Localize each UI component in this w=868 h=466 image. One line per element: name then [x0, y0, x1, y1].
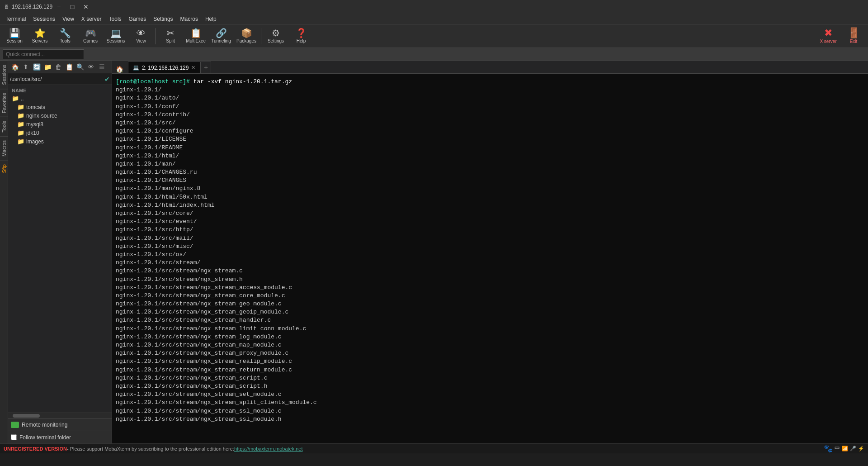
terminal-output-line: nginx-1.20.1/src/stream/ngx_stream.c [116, 267, 864, 275]
favorites-side-tab[interactable]: Favorites [0, 89, 8, 117]
window-controls: − □ ✕ [52, 2, 92, 12]
terminal-output-line: nginx-1.20.1/src/stream/ngx_stream_limit… [116, 325, 864, 333]
terminal-output-line: nginx-1.20.1/src/stream/ngx_stream_ssl_m… [116, 415, 864, 423]
tools-button[interactable]: 🔧 Tools [53, 26, 77, 47]
sessions-button[interactable]: 💻 Sessions [104, 26, 127, 47]
remote-monitoring-bar[interactable]: Remote monitoring [8, 418, 112, 431]
terminal-output-line: nginx-1.20.1/html/ [116, 152, 864, 160]
tab-close-button[interactable]: ✕ [191, 65, 195, 71]
tunneling-button[interactable]: 🔗 Tunneling [209, 26, 233, 47]
games-icon: 🎮 [85, 29, 96, 38]
filebrowser-hscroll[interactable] [8, 413, 112, 418]
tree-item-jdk10-label: jdk10 [26, 130, 39, 136]
servers-button[interactable]: ⭐ Servers [28, 26, 52, 47]
help-icon: ❓ [296, 29, 307, 38]
help-button[interactable]: ❓ Help [289, 26, 313, 47]
fb-hidden-button[interactable]: 👁 [86, 62, 96, 72]
settings-icon: ⚙ [272, 29, 280, 38]
tree-item-tomcats[interactable]: 📁 tomcats [8, 103, 112, 111]
statusbar: UNREGISTERED VERSION - Please support Mo… [0, 443, 868, 453]
terminal-output-line: nginx-1.20.1/src/stream/ngx_stream_proxy… [116, 349, 864, 357]
menu-macros[interactable]: Macros [177, 15, 202, 23]
terminal-output-line: nginx-1.20.1/conf/ [116, 103, 864, 111]
tools-side-tab[interactable]: Tools [0, 117, 8, 136]
maximize-button[interactable]: □ [66, 2, 79, 12]
fb-delete-button[interactable]: 🗑 [53, 62, 63, 72]
terminal-output-line: nginx-1.20.1/ [116, 86, 864, 94]
terminal-output-line: nginx-1.20.1/html/50x.html [116, 193, 864, 201]
menu-terminal[interactable]: Terminal [2, 15, 29, 23]
terminal-output-line: nginx-1.20.1/contrib/ [116, 111, 864, 119]
terminal-output-line: nginx-1.20.1/src/misc/ [116, 243, 864, 251]
split-icon: ✂ [167, 29, 175, 38]
tree-item-dotdot[interactable]: 📁 .. [8, 94, 112, 103]
mobatek-icon: 🐾 [824, 444, 833, 453]
macros-side-tab[interactable]: Macros [0, 136, 8, 160]
terminal-output-line: nginx-1.20.1/configure [116, 127, 864, 135]
title-text: 192.168.126.129 [12, 4, 52, 10]
fb-menu-button[interactable]: ☰ [97, 62, 107, 72]
wifi-icon: 📶 [842, 446, 848, 452]
menu-help[interactable]: Help [202, 15, 220, 23]
session-icon: 💾 [9, 29, 20, 38]
remote-monitoring-label: Remote monitoring [22, 422, 67, 428]
fb-path-confirm-button[interactable]: ✔ [104, 76, 110, 83]
terminal-output-line: nginx-1.20.1/man/nginx.8 [116, 185, 864, 193]
title-icon: 🖥 [4, 4, 9, 10]
menu-xserver[interactable]: X server [78, 15, 105, 23]
menubar: Terminal Sessions View X server Tools Ga… [0, 14, 868, 24]
terminal-output-line: nginx-1.20.1/src/stream/ngx_stream_set_m… [116, 390, 864, 399]
multiexec-button[interactable]: 📋 MultiExec [184, 26, 208, 47]
minimize-button[interactable]: − [52, 2, 65, 12]
fb-up-button[interactable]: ⬆ [21, 62, 31, 72]
hscroll-thumb [13, 414, 40, 418]
sessions-side-tab[interactable]: Sessions [0, 61, 8, 89]
terminal-output-line: nginx-1.20.1/README [116, 144, 864, 152]
tab-home-icon[interactable]: 🏠 [116, 66, 123, 73]
menu-tools[interactable]: Tools [105, 15, 125, 23]
tree-item-mysql8[interactable]: 📁 mysql8 [8, 120, 112, 128]
follow-terminal-checkbox[interactable] [11, 434, 17, 440]
tree-item-jdk10[interactable]: 📁 jdk10 [8, 128, 112, 137]
terminal-output-line: nginx-1.20.1/src/stream/ngx_stream.h [116, 276, 864, 284]
close-button[interactable]: ✕ [80, 2, 92, 12]
quickconnect-input[interactable] [3, 49, 84, 59]
menu-view[interactable]: View [59, 15, 78, 23]
tree-item-nginx-source[interactable]: 📁 nginx-source [8, 111, 112, 120]
folder-icon: 📁 [12, 95, 19, 102]
terminal-content[interactable]: [root@localhost src]# tar -xvf nginx-1.2… [112, 74, 868, 443]
menu-settings[interactable]: Settings [150, 15, 176, 23]
games-button[interactable]: 🎮 Games [79, 26, 102, 47]
fb-copy-button[interactable]: 📋 [64, 62, 74, 72]
view-button[interactable]: 👁 View [129, 26, 153, 47]
tree-item-images-label: images [26, 138, 44, 145]
fb-find-button[interactable]: 🔍 [75, 62, 85, 72]
terminal-output-line: nginx-1.20.1/src/event/ [116, 218, 864, 226]
tree-item-images[interactable]: 📁 images [8, 137, 112, 146]
menu-sessions[interactable]: Sessions [29, 15, 59, 23]
toolbar-right: ✖ X server 🚪 Exit [816, 26, 865, 47]
settings-button[interactable]: ⚙ Settings [264, 26, 288, 47]
sessions-icon: 💻 [110, 29, 122, 38]
terminal-output-line: nginx-1.20.1/src/http/ [116, 226, 864, 234]
packages-button[interactable]: 📦 Packages [235, 26, 258, 47]
session-button[interactable]: 💾 Session [3, 26, 26, 47]
lang-icon: 中 [835, 445, 840, 452]
tab-session-icon: 💻 [133, 65, 139, 71]
tab-session-1[interactable]: 💻 2. 192.168.126.129 ✕ [128, 62, 200, 73]
terminal-command-line: [root@localhost src]# tar -xvf nginx-1.2… [116, 78, 864, 86]
status-link[interactable]: https://mobaxterm.mobatek.net [234, 446, 303, 452]
exit-toolbar-button[interactable]: 🚪 Exit [842, 26, 865, 47]
sftp-side-tab[interactable]: Sftp [0, 160, 8, 177]
fb-newfolder-button[interactable]: 📁 [42, 62, 52, 72]
power-icon: ⚡ [858, 446, 864, 452]
fb-home-button[interactable]: 🏠 [10, 62, 20, 72]
split-button[interactable]: ✂ Split [159, 26, 182, 47]
menu-games[interactable]: Games [125, 15, 150, 23]
tree-item-nginx-source-label: nginx-source [26, 113, 57, 119]
fb-refresh-button[interactable]: 🔄 [32, 62, 42, 72]
status-icons: 🐾 中 📶 🎤 ⚡ [824, 444, 864, 453]
filebrowser-path-input[interactable] [10, 76, 104, 82]
xserver-toolbar-button[interactable]: ✖ X server [816, 26, 840, 47]
new-tab-button[interactable]: + [200, 62, 211, 73]
